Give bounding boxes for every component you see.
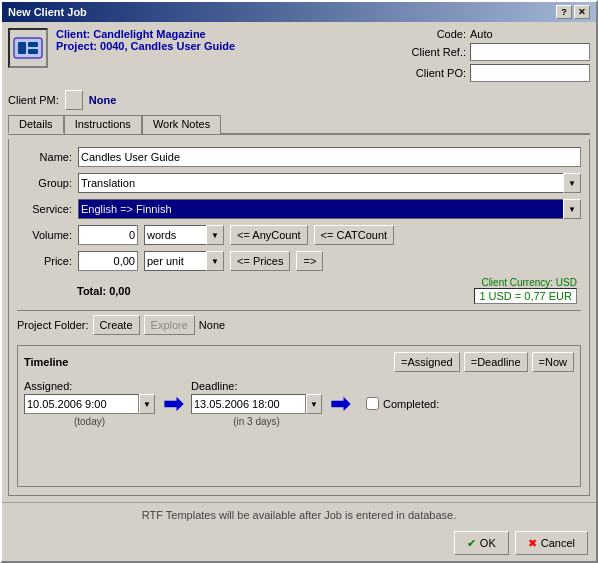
deadline-button[interactable]: =Deadline: [464, 352, 528, 372]
folder-row: Project Folder: Create Explore None: [17, 310, 581, 339]
currency-area: Client Currency: USD 1 USD = 0,77 EUR: [474, 277, 577, 304]
header-row: Client: Candlelight Magazine Project: 00…: [8, 28, 590, 82]
service-select-container: English => Finnish ▼: [78, 199, 581, 219]
price-label: Price:: [17, 255, 72, 267]
completed-row: Completed:: [366, 397, 439, 410]
group-label: Group:: [17, 177, 72, 189]
completed-label: Completed:: [383, 398, 439, 410]
service-label: Service:: [17, 203, 72, 215]
now-button[interactable]: =Now: [532, 352, 574, 372]
total-left: Total: 0,00: [77, 285, 131, 297]
ok-label: OK: [480, 537, 496, 549]
code-value: Auto: [470, 28, 493, 40]
close-button[interactable]: ✕: [574, 5, 590, 19]
title-bar: New Client Job ? ✕: [2, 2, 596, 22]
cancel-button[interactable]: ✖ Cancel: [515, 531, 588, 555]
assigned-button[interactable]: =Assigned: [394, 352, 460, 372]
assigned-calendar-button[interactable]: ▼: [139, 394, 155, 414]
deadline-input[interactable]: [191, 394, 306, 414]
codes-area: Code: Auto Client Ref.: Client PO:: [406, 28, 590, 82]
tab-instructions[interactable]: Instructions: [64, 115, 142, 134]
name-input[interactable]: [78, 147, 581, 167]
client-text: Client: Candlelight Magazine Project: 00…: [56, 28, 235, 52]
deadline-sub: (in 3 days): [191, 416, 322, 427]
deadline-calendar-button[interactable]: ▼: [306, 394, 322, 414]
price-input[interactable]: [78, 251, 138, 271]
deadline-label: Deadline:: [191, 380, 322, 392]
currency-rate: 1 USD = 0,77 EUR: [474, 288, 577, 304]
pm-button[interactable]: [65, 90, 83, 110]
arrow-button[interactable]: =>: [296, 251, 323, 271]
service-row: Service: English => Finnish ▼: [17, 199, 581, 219]
folder-label: Project Folder:: [17, 319, 89, 331]
pm-row: Client PM: None: [8, 90, 590, 110]
service-select[interactable]: English => Finnish: [78, 199, 581, 219]
client-info: Client: Candlelight Magazine Project: 00…: [8, 28, 235, 68]
client-po-row: Client PO:: [406, 64, 590, 82]
group-select[interactable]: Translation: [78, 173, 581, 193]
client-ref-input[interactable]: [470, 43, 590, 61]
volume-row: Volume: words ▼ <= AnyCount <= CATCount: [17, 225, 581, 245]
cross-icon: ✖: [528, 537, 537, 550]
window: New Client Job ? ✕ Client: Candlelight M…: [0, 0, 598, 563]
bottom-buttons: ✔ OK ✖ Cancel: [2, 527, 596, 561]
completed-area: Completed:: [358, 393, 447, 414]
price-row: Price: per unit ▼ <= Prices =>: [17, 251, 581, 271]
svg-rect-1: [18, 42, 26, 54]
group-select-container: Translation ▼: [78, 173, 581, 193]
pm-value: None: [89, 94, 117, 106]
timeline-buttons: =Assigned =Deadline =Now: [394, 352, 574, 372]
volume-unit-container: words ▼: [144, 225, 224, 245]
rtf-note: RTF Templates will be available after Jo…: [2, 502, 596, 527]
prices-button[interactable]: <= Prices: [230, 251, 290, 271]
assigned-input[interactable]: [24, 394, 139, 414]
price-unit-select[interactable]: per unit: [144, 251, 224, 271]
client-icon: [8, 28, 48, 68]
ok-button[interactable]: ✔ OK: [454, 531, 509, 555]
folder-value: None: [199, 319, 225, 331]
tab-details[interactable]: Details: [8, 115, 64, 134]
client-ref-row: Client Ref.:: [406, 43, 590, 61]
total-row: Total: 0,00 Client Currency: USD 1 USD =…: [17, 277, 581, 304]
window-title: New Client Job: [8, 6, 87, 18]
assigned-datetime-row: ▼: [24, 394, 155, 414]
client-po-input[interactable]: [470, 64, 590, 82]
code-label: Code:: [406, 28, 466, 40]
name-row: Name:: [17, 147, 581, 167]
volume-label: Volume:: [17, 229, 72, 241]
client-ref-label: Client Ref.:: [406, 46, 466, 58]
cat-count-button[interactable]: <= CATCount: [314, 225, 394, 245]
details-panel: Name: Group: Translation ▼ Service: Eng: [8, 139, 590, 496]
main-content: Client: Candlelight Magazine Project: 00…: [2, 22, 596, 502]
create-button[interactable]: Create: [93, 315, 140, 335]
pm-label: Client PM:: [8, 94, 59, 106]
explore-button[interactable]: Explore: [144, 315, 195, 335]
volume-unit-select[interactable]: words: [144, 225, 224, 245]
group-row: Group: Translation ▼: [17, 173, 581, 193]
assigned-sub: (today): [24, 416, 155, 427]
name-label: Name:: [17, 151, 72, 163]
timeline-body: Assigned: ▼ (today) ➡ Deadline: ▼: [24, 380, 574, 427]
arrow-1-icon: ➡: [163, 390, 183, 418]
client-po-label: Client PO:: [406, 67, 466, 79]
any-count-button[interactable]: <= AnyCount: [230, 225, 308, 245]
check-icon: ✔: [467, 537, 476, 550]
assigned-item: Assigned: ▼ (today): [24, 380, 155, 427]
arrow-2-icon: ➡: [330, 390, 350, 418]
tabs: Details Instructions Work Notes: [8, 114, 590, 135]
svg-rect-2: [28, 42, 38, 47]
title-bar-buttons: ? ✕: [556, 5, 590, 19]
svg-rect-3: [28, 49, 38, 54]
help-button[interactable]: ?: [556, 5, 572, 19]
tab-work-notes[interactable]: Work Notes: [142, 115, 221, 134]
assigned-label: Assigned:: [24, 380, 155, 392]
volume-input[interactable]: [78, 225, 138, 245]
completed-checkbox[interactable]: [366, 397, 379, 410]
timeline-title: Timeline: [24, 356, 68, 368]
currency-label: Client Currency: USD: [481, 277, 577, 288]
client-name: Client: Candlelight Magazine: [56, 28, 235, 40]
timeline-header: Timeline =Assigned =Deadline =Now: [24, 352, 574, 372]
price-unit-container: per unit ▼: [144, 251, 224, 271]
cancel-label: Cancel: [541, 537, 575, 549]
code-row: Code: Auto: [406, 28, 590, 40]
